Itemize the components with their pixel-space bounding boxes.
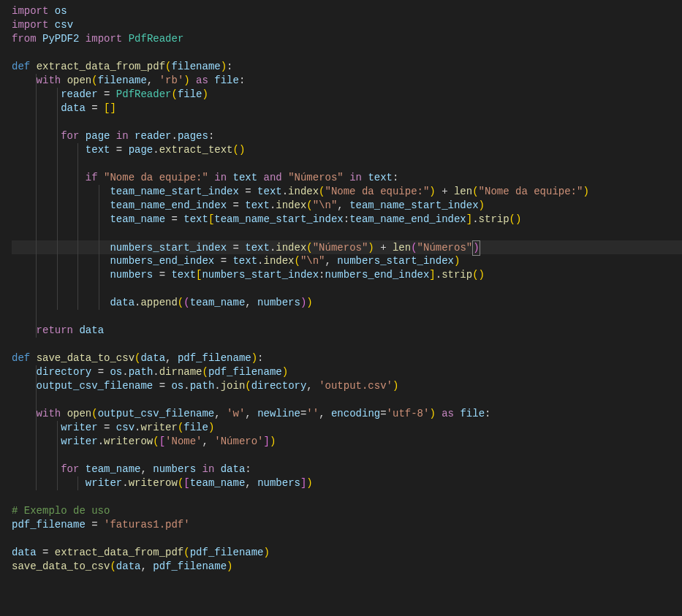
code-line[interactable] — [12, 157, 682, 171]
code-line[interactable]: data = extract_data_from_pdf(pdf_filenam… — [12, 546, 682, 560]
variable: team_name_start_index — [110, 186, 238, 197]
code-line[interactable] — [12, 449, 682, 463]
variable: pdf_filename — [208, 366, 282, 378]
code-line[interactable]: pdf_filename = 'faturas1.pdf' — [12, 518, 682, 532]
code-line[interactable]: # Exemplo de uso — [12, 504, 682, 518]
function-call: extract_data_from_pdf — [55, 547, 183, 558]
property: path — [129, 366, 154, 378]
code-line[interactable] — [12, 393, 682, 407]
code-line[interactable]: return data — [12, 324, 682, 338]
code-line[interactable]: writer.writerow([team_name, numbers]) — [12, 476, 682, 490]
code-line[interactable]: team_name_end_index = text.index("\n", t… — [12, 199, 682, 213]
variable: numbers — [257, 477, 300, 489]
variable: numbers_start_index — [337, 255, 454, 267]
code-line[interactable]: text = page.extract_text() — [12, 143, 682, 157]
method-call: extract_text — [159, 144, 233, 156]
property: path — [190, 380, 215, 392]
code-line[interactable]: directory = os.path.dirname(pdf_filename… — [12, 365, 682, 379]
code-editor[interactable]: import os import csv from PyPDF2 import … — [0, 0, 682, 578]
code-line[interactable]: numbers_end_index = text.index("\n", num… — [12, 254, 682, 268]
keyword-def: def — [12, 61, 30, 72]
method-call: writer — [140, 422, 177, 433]
code-line[interactable]: import os — [12, 4, 682, 18]
variable: numbers — [110, 269, 153, 281]
code-line[interactable]: team_name = text[team_name_start_index:t… — [12, 213, 682, 227]
code-line[interactable]: numbers = text[numbers_start_index:numbe… — [12, 268, 682, 282]
variable: os — [110, 366, 122, 378]
variable: file — [460, 408, 485, 419]
string-literal: 'output.csv' — [319, 380, 393, 392]
method-call: append — [140, 297, 177, 308]
variable: directory — [251, 380, 307, 392]
string-literal: "Nome da equipe:" — [325, 186, 430, 197]
method-call: index — [288, 186, 319, 197]
variable: writer — [86, 477, 122, 489]
variable: text — [245, 242, 270, 254]
keyword-import: import — [86, 33, 122, 45]
function-name: save_data_to_csv — [37, 352, 134, 364]
variable: directory — [37, 366, 92, 378]
code-line[interactable]: with open(output_csv_filename, 'w', newl… — [12, 407, 682, 421]
code-line[interactable]: for page in reader.pages: — [12, 129, 682, 143]
string-literal: 'utf-8' — [387, 408, 430, 419]
code-line[interactable] — [12, 310, 682, 324]
keyword-def: def — [12, 352, 30, 364]
keyword-import: import — [12, 5, 48, 17]
code-line[interactable]: from PyPDF2 import PdfReader — [12, 32, 682, 46]
code-line[interactable] — [12, 532, 682, 546]
variable: numbers_start_index — [110, 242, 227, 254]
code-line[interactable] — [12, 227, 682, 240]
variable: data — [61, 102, 86, 114]
code-line[interactable]: data = [] — [12, 102, 682, 115]
variable: text — [245, 199, 270, 211]
code-line[interactable]: team_name_start_index = text.index("Nome… — [12, 185, 682, 199]
code-line[interactable]: data.append((team_name, numbers)) — [12, 296, 682, 310]
code-line[interactable]: def save_data_to_csv(data, pdf_filename)… — [12, 351, 682, 365]
code-line[interactable] — [12, 490, 682, 504]
code-line[interactable]: writer.writerow(['Nome', 'Número']) — [12, 435, 682, 449]
comment: # Exemplo de uso — [12, 505, 110, 517]
variable: team_name_start_index — [349, 199, 478, 211]
code-line[interactable]: reader = PdfReader(file) — [12, 88, 682, 102]
string-literal: "Números" — [288, 172, 344, 183]
string-literal: 'faturas1.pdf' — [104, 519, 190, 531]
keyword-as: as — [442, 408, 454, 419]
keyword-for: for — [61, 463, 79, 475]
builtin-len: len — [454, 186, 472, 197]
keyword-with: with — [37, 75, 61, 86]
code-line[interactable] — [12, 46, 682, 60]
code-line[interactable] — [12, 338, 682, 351]
code-line[interactable] — [12, 282, 682, 296]
parameter: pdf_filename — [178, 352, 251, 364]
code-line[interactable]: save_data_to_csv(data, pdf_filename) — [12, 560, 682, 574]
variable: file — [178, 88, 202, 100]
keyword-from: from — [12, 33, 37, 45]
code-line[interactable] — [12, 115, 682, 129]
method-call: strip — [479, 213, 509, 225]
method-call: index — [276, 199, 306, 211]
variable: filename — [98, 75, 147, 86]
string-literal: 'Número' — [214, 436, 263, 447]
module-name: PyPDF2 — [42, 33, 79, 45]
variable: team_name_start_index — [214, 213, 343, 225]
module-name: os — [55, 5, 67, 17]
keyword-with: with — [37, 408, 61, 419]
variable: reader — [61, 88, 97, 100]
code-line[interactable]: import csv — [12, 18, 682, 32]
variable: team_name — [190, 297, 246, 308]
code-line[interactable]: def extract_data_from_pdf(filename): — [12, 60, 682, 74]
code-line[interactable]: if "Nome da equipe:" in text and "Número… — [12, 171, 682, 185]
variable: reader — [134, 130, 171, 142]
code-line[interactable]: with open(filename, 'rb') as file: — [12, 74, 682, 88]
code-line[interactable]: for team_name, numbers in data: — [12, 463, 682, 476]
keyword-arg: encoding — [331, 408, 380, 419]
string-literal: "Nome da equipe:" — [479, 186, 583, 197]
property: pages — [178, 130, 208, 142]
code-line-current[interactable]: numbers_start_index = text.index("Número… — [12, 240, 682, 254]
code-line[interactable]: writer = csv.writer(file) — [12, 421, 682, 435]
variable: team_name — [86, 463, 141, 475]
string-literal: 'rb' — [159, 75, 184, 86]
variable: pdf_filename — [153, 560, 227, 572]
code-line[interactable]: output_csv_filename = os.path.join(direc… — [12, 379, 682, 393]
keyword-in: in — [214, 172, 227, 183]
